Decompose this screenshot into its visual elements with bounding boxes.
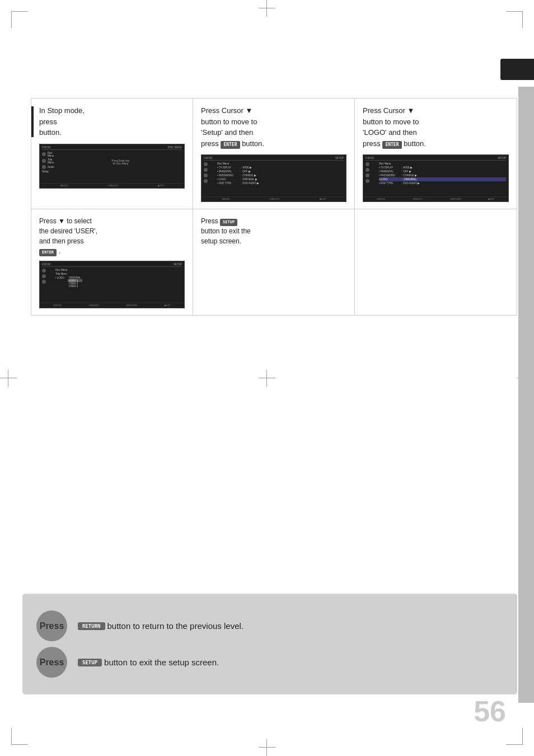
us-icon-row-2	[42, 274, 54, 278]
setup-screen-step2: 0:00:00 SETUP	[201, 154, 346, 202]
ss-footer-sel: ⊙SELECT	[269, 198, 280, 200]
us-row-disc: Disc Menu	[55, 268, 182, 272]
ds-title: DISC MENU	[168, 146, 182, 149]
ss-label-5: • DVD TYPE	[217, 182, 240, 185]
ls-icon-2	[366, 168, 369, 172]
ss-label-3: • PASSWORD	[217, 174, 240, 177]
ls-footer-ret: ⊙RETURN	[450, 198, 461, 200]
step-2-line1: Press Cursor ▼	[201, 106, 252, 115]
home-icon	[42, 159, 46, 163]
press-label-1: Press	[40, 621, 64, 631]
us-items: Disc Menu Title Menu • LOGO ORIGINAL USE…	[55, 268, 182, 288]
ls-row-4: • LOGO : ORIGINAL	[379, 177, 506, 181]
section-tab	[500, 59, 534, 80]
ds-audio: Audio	[48, 166, 54, 168]
setup-button-img: SETUP	[78, 659, 102, 666]
ls-content: Disc Menu • TV ISPLAY : WIDE ▶ • PARENTA…	[366, 162, 506, 185]
us-nav-icons	[42, 268, 54, 288]
ds-counter: 0:00:00	[42, 146, 50, 149]
press-circle-1: Press	[36, 611, 67, 641]
ds-nav: Disc Menu Title Menu Audio S	[42, 151, 58, 173]
ds-row-4: Setup	[42, 170, 58, 173]
ds-footer: ⊙MOVE ⊙SELECT ■EXIT	[40, 183, 184, 187]
us-footer: ⊙MOVE ⊙SELECT ⊙RETURN ■EXIT	[40, 303, 184, 307]
ds-footer-exit: ■EXIT	[158, 184, 164, 187]
step-2: Press Cursor ▼ button to move to 'Setup'…	[193, 98, 355, 209]
ls-row-3: • PASSWORD : CHARGE ▶	[379, 173, 506, 177]
step-5: Press SETUP button to exit the setup scr…	[193, 209, 355, 315]
info-box: Press RETURN button to return to the pre…	[22, 594, 517, 694]
step-5-line1: Press	[201, 217, 218, 225]
ls-nav-icons	[366, 162, 378, 185]
ls-label-5: • DVD TYPE	[379, 182, 400, 185]
step-4: Press ▼ to select the desired 'USER', an…	[31, 209, 193, 315]
ss-val-1: WIDE ▶	[242, 166, 252, 169]
ls-footer: ⊙MOVE ⊙SELECT ⊙RETURN ■EXIT	[363, 196, 508, 200]
step-5-line2: button to exit the	[201, 227, 251, 235]
ss-icon-4	[204, 179, 208, 183]
return-button-img: RETURN	[78, 622, 105, 630]
ls-disc-menu: Disc Menu	[379, 162, 400, 165]
step-3-line2: button to move to	[363, 118, 419, 126]
step-3-line1: Press Cursor ▼	[363, 106, 414, 115]
step-4-period: .	[58, 247, 60, 255]
ss-row-1: • TV ISPLAY : WIDE ▶	[217, 166, 344, 170]
ss-val-2: OFF ▶	[242, 170, 250, 173]
corner-border-top-left	[11, 11, 28, 28]
step-4-text: Press ▼ to select the desired 'USER', an…	[39, 216, 185, 256]
step-4-line3: and then press	[39, 237, 83, 245]
ss-nav-icons	[204, 162, 216, 185]
ds-footer-move: ⊙MOVE	[60, 184, 68, 187]
ss-footer-ret: ■EXIT	[320, 198, 326, 200]
ds-title-menu: Title Menu	[48, 158, 58, 164]
ds-row-2: Title Menu	[42, 158, 58, 165]
info-text-2: button to exit the setup screen.	[104, 658, 219, 667]
us-icon-2	[42, 274, 46, 278]
step-3-line3: 'LOGO' and then	[363, 128, 417, 137]
us-disc-menu: Disc Menu	[55, 269, 67, 271]
step-2-line5: button.	[242, 139, 264, 148]
ls-val-2: OFF ▶	[403, 170, 411, 173]
main-content: In Stop mode, press button. 0:00:00 DISC…	[31, 87, 517, 316]
right-sidebar-bar	[518, 87, 534, 703]
us-title: SETUP	[174, 263, 182, 266]
ss-row-5: • DVD TYPE : DVD AUDIO ▶	[217, 181, 344, 185]
step-4-line1: Press ▼ to select	[39, 217, 92, 225]
step-2-line2: button to move to	[201, 118, 257, 126]
ls-icon-row-2	[366, 167, 378, 172]
step-1: In Stop mode, press button. 0:00:00 DISC…	[31, 98, 193, 209]
step-row-1: In Stop mode, press button. 0:00:00 DISC…	[31, 98, 517, 209]
ss-nav-icon-1	[204, 162, 216, 166]
ss-val-5: DVD AUDIO ▶	[242, 182, 259, 185]
ds-row-3: Audio	[42, 165, 58, 170]
info-row-1: Press RETURN button to return to the pre…	[36, 611, 503, 641]
step-row-2: Press ▼ to select the desired 'USER', an…	[31, 209, 517, 316]
step-4-line2: the desired 'USER',	[39, 227, 97, 235]
ls-label-1: • TV ISPLAY	[379, 166, 400, 169]
ss-val-3: CHARGE ▶	[242, 174, 256, 177]
ss-counter: 0:00:00	[204, 157, 212, 159]
step-3-button: ENTER	[382, 141, 401, 149]
us-footer-ret: ⊙RETURN	[126, 304, 137, 307]
step-4-enter-btn: ENTER	[39, 249, 57, 256]
us-icon-1	[42, 269, 46, 273]
ls-label-4: • LOGO	[379, 178, 400, 181]
ls-icon-row-4	[366, 179, 378, 183]
ds-row-1: Disc Menu	[42, 151, 58, 158]
ds-footer-select: ⊙SELECT	[107, 184, 118, 187]
info-text-1: button to return to the previous level.	[107, 621, 243, 631]
ss-label-4: • LOGO	[217, 178, 240, 181]
ls-row-1: • TV ISPLAY : WIDE ▶	[379, 166, 506, 170]
step-1-line2: press	[39, 118, 57, 126]
disc-menu-screen: 0:00:00 DISC MENU Disc Menu Title Menu	[39, 144, 185, 189]
ds-header: 0:00:00 DISC MENU	[42, 146, 182, 150]
step-3-line4: press	[363, 139, 381, 148]
ls-header: 0:00:00 SETUP	[366, 157, 506, 161]
disc-icon	[42, 152, 46, 156]
ss-header: 0:00:00 SETUP	[204, 157, 344, 161]
ss-content: Disc Menu • TV ISPLAY : WIDE ▶ • PARENTA…	[204, 162, 344, 185]
ls-icon-4	[366, 179, 369, 183]
step-1-text: In Stop mode, press button.	[39, 105, 185, 138]
corner-border-top-right	[506, 11, 523, 28]
ss-footer: ⊙MOVE ⊙SELECT ■EXIT	[202, 196, 346, 200]
